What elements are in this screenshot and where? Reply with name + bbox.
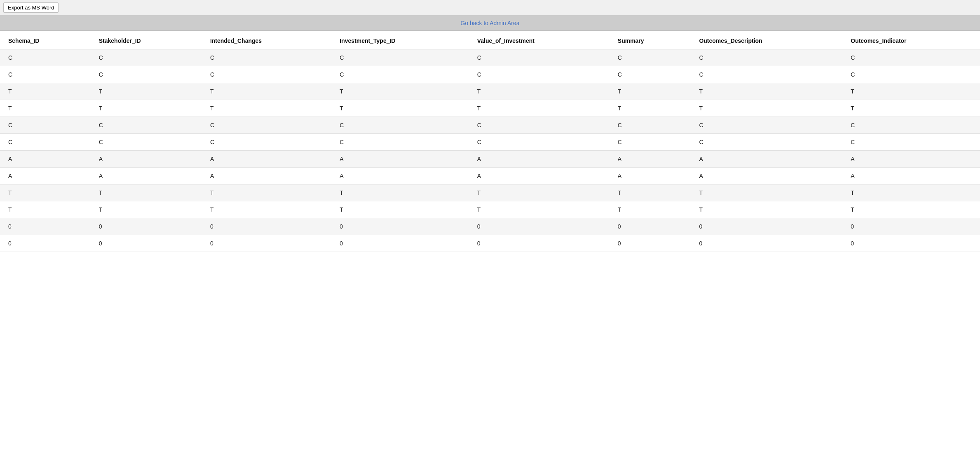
cell-8-3: T xyxy=(331,184,469,201)
cell-0-2: C xyxy=(202,49,331,66)
header-col-0: Schema_ID xyxy=(0,31,91,49)
cell-9-1: T xyxy=(91,201,202,218)
table-header: Schema_IDStakeholder_IDIntended_ChangesI… xyxy=(0,31,980,49)
header-col-6: Outcomes_Description xyxy=(691,31,842,49)
cell-4-4: C xyxy=(469,117,610,134)
cell-1-3: C xyxy=(331,66,469,83)
cell-9-0: T xyxy=(0,201,91,218)
cell-6-6: A xyxy=(691,151,842,168)
cell-9-2: T xyxy=(202,201,331,218)
cell-1-2: C xyxy=(202,66,331,83)
cell-6-3: A xyxy=(331,151,469,168)
cell-1-5: C xyxy=(610,66,691,83)
cell-3-6: T xyxy=(691,100,842,117)
cell-9-3: T xyxy=(331,201,469,218)
cell-1-7: C xyxy=(842,66,980,83)
cell-0-6: C xyxy=(691,49,842,66)
cell-10-2: 0 xyxy=(202,218,331,235)
cell-3-0: T xyxy=(0,100,91,117)
table-row: 00000000 xyxy=(0,235,980,252)
cell-7-4: A xyxy=(469,168,610,184)
cell-9-4: T xyxy=(469,201,610,218)
cell-11-6: 0 xyxy=(691,235,842,252)
cell-8-4: T xyxy=(469,184,610,201)
cell-5-5: C xyxy=(610,134,691,151)
header-col-7: Outcomes_Indicator xyxy=(842,31,980,49)
cell-5-7: C xyxy=(842,134,980,151)
cell-10-6: 0 xyxy=(691,218,842,235)
table-row: TTTTTTTT xyxy=(0,201,980,218)
cell-3-3: T xyxy=(331,100,469,117)
cell-9-7: T xyxy=(842,201,980,218)
header-row: Schema_IDStakeholder_IDIntended_ChangesI… xyxy=(0,31,980,49)
table-row: CCCCCCCC xyxy=(0,66,980,83)
table-body: CCCCCCCCCCCCCCCCTTTTTTTTTTTTTTTTCCCCCCCC… xyxy=(0,49,980,252)
cell-7-6: A xyxy=(691,168,842,184)
cell-4-1: C xyxy=(91,117,202,134)
header-col-5: Summary xyxy=(610,31,691,49)
cell-8-7: T xyxy=(842,184,980,201)
cell-2-6: T xyxy=(691,83,842,100)
table-row: CCCCCCCC xyxy=(0,117,980,134)
cell-3-5: T xyxy=(610,100,691,117)
cell-5-3: C xyxy=(331,134,469,151)
cell-2-3: T xyxy=(331,83,469,100)
cell-5-1: C xyxy=(91,134,202,151)
table-container: Schema_IDStakeholder_IDIntended_ChangesI… xyxy=(0,31,980,252)
cell-5-2: C xyxy=(202,134,331,151)
cell-4-7: C xyxy=(842,117,980,134)
cell-6-2: A xyxy=(202,151,331,168)
cell-2-2: T xyxy=(202,83,331,100)
cell-2-7: T xyxy=(842,83,980,100)
header-col-3: Investment_Type_ID xyxy=(331,31,469,49)
cell-11-5: 0 xyxy=(610,235,691,252)
cell-0-0: C xyxy=(0,49,91,66)
table-row: TTTTTTTT xyxy=(0,184,980,201)
table-row: CCCCCCCC xyxy=(0,134,980,151)
cell-10-4: 0 xyxy=(469,218,610,235)
cell-6-1: A xyxy=(91,151,202,168)
cell-3-1: T xyxy=(91,100,202,117)
cell-8-6: T xyxy=(691,184,842,201)
cell-3-4: T xyxy=(469,100,610,117)
cell-11-3: 0 xyxy=(331,235,469,252)
header-col-2: Intended_Changes xyxy=(202,31,331,49)
cell-2-5: T xyxy=(610,83,691,100)
cell-10-5: 0 xyxy=(610,218,691,235)
cell-8-5: T xyxy=(610,184,691,201)
cell-6-4: A xyxy=(469,151,610,168)
export-button[interactable]: Export as MS Word xyxy=(3,2,59,13)
cell-3-2: T xyxy=(202,100,331,117)
cell-4-0: C xyxy=(0,117,91,134)
cell-11-4: 0 xyxy=(469,235,610,252)
cell-4-5: C xyxy=(610,117,691,134)
cell-10-1: 0 xyxy=(91,218,202,235)
cell-1-0: C xyxy=(0,66,91,83)
data-table: Schema_IDStakeholder_IDIntended_ChangesI… xyxy=(0,31,980,252)
cell-7-0: A xyxy=(0,168,91,184)
cell-4-2: C xyxy=(202,117,331,134)
cell-0-7: C xyxy=(842,49,980,66)
cell-6-5: A xyxy=(610,151,691,168)
cell-8-2: T xyxy=(202,184,331,201)
admin-area-link[interactable]: Go back to Admin Area xyxy=(460,20,519,26)
cell-6-7: A xyxy=(842,151,980,168)
cell-1-6: C xyxy=(691,66,842,83)
cell-2-0: T xyxy=(0,83,91,100)
cell-10-3: 0 xyxy=(331,218,469,235)
table-row: 00000000 xyxy=(0,218,980,235)
cell-4-6: C xyxy=(691,117,842,134)
cell-4-3: C xyxy=(331,117,469,134)
cell-5-0: C xyxy=(0,134,91,151)
table-row: TTTTTTTT xyxy=(0,100,980,117)
cell-8-1: T xyxy=(91,184,202,201)
cell-2-1: T xyxy=(91,83,202,100)
table-row: CCCCCCCC xyxy=(0,49,980,66)
cell-5-6: C xyxy=(691,134,842,151)
cell-9-5: T xyxy=(610,201,691,218)
cell-1-1: C xyxy=(91,66,202,83)
cell-7-3: A xyxy=(331,168,469,184)
cell-11-1: 0 xyxy=(91,235,202,252)
cell-6-0: A xyxy=(0,151,91,168)
header-col-1: Stakeholder_ID xyxy=(91,31,202,49)
